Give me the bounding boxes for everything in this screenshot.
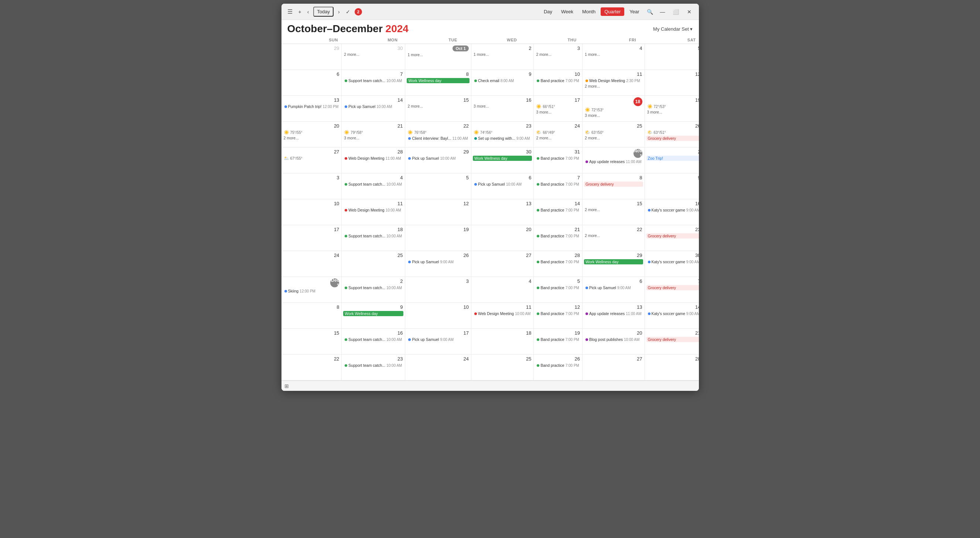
event[interactable]: 2 more... xyxy=(583,83,644,89)
day-cell[interactable]: 3 xyxy=(405,277,471,303)
event[interactable]: 1 more... xyxy=(472,52,533,57)
hamburger-icon[interactable]: ☰ xyxy=(286,6,294,17)
view-day[interactable]: Day xyxy=(540,7,556,16)
day-cell[interactable]: 12Band practice7:00 PM xyxy=(534,303,582,329)
day-cell[interactable]: 14Band practice7:00 PM xyxy=(534,199,582,225)
day-cell[interactable]: 29Work Wellness day xyxy=(582,251,645,277)
day-cell[interactable]: 3 xyxy=(282,173,342,199)
event[interactable]: Work Wellness day xyxy=(343,311,403,316)
sidebar-toggle-bottom[interactable]: ⊞ xyxy=(285,383,289,389)
event[interactable]: Pick up Samuel9:00 AM xyxy=(407,337,469,342)
day-cell[interactable]: 25 xyxy=(471,354,534,380)
event[interactable]: 2 more... xyxy=(583,135,644,140)
day-cell[interactable]: 9Work Wellness day xyxy=(342,303,405,329)
day-cell[interactable]: 13 xyxy=(471,199,534,225)
event[interactable]: 1 more... xyxy=(583,52,644,57)
day-cell[interactable]: 13App update releases11:00 AM xyxy=(582,303,645,329)
day-cell[interactable]: 20☀️75°/55°2 more... xyxy=(282,122,342,147)
event[interactable]: 2 more... xyxy=(406,104,470,109)
day-cell[interactable]: 19Band practice7:00 PM xyxy=(534,329,582,354)
event[interactable]: Grocery delivery xyxy=(646,337,699,342)
day-cell[interactable]: 26Band practice7:00 PM xyxy=(534,354,582,380)
day-cell[interactable]: 18Support team catch...10:00 AM xyxy=(342,225,405,251)
day-cell[interactable]: 15 xyxy=(282,329,342,354)
day-cell[interactable]: 11Web Design Meeting10:00 AM xyxy=(471,303,534,329)
day-cell[interactable]: 23Support team catch...10:00 AM xyxy=(342,354,405,380)
day-cell[interactable]: 32 more... xyxy=(534,44,582,70)
day-cell[interactable]: 23Grocery delivery xyxy=(645,225,699,251)
event[interactable]: Web Design Meeting10:00 AM xyxy=(343,208,403,212)
day-cell[interactable]: 11Web Design Meeting2:30 PM2 more... xyxy=(582,70,645,96)
view-year[interactable]: Year xyxy=(626,7,643,16)
day-cell[interactable]: 21 more... xyxy=(471,44,534,70)
day-cell[interactable]: 5Band practice7:00 PM xyxy=(534,277,582,303)
day-cell[interactable]: 2Support team catch...10:00 AM xyxy=(342,277,405,303)
day-cell[interactable]: 5 xyxy=(405,173,471,199)
event[interactable]: 3 more... xyxy=(535,109,581,115)
event[interactable]: Katy's soccer game9:00 AM xyxy=(646,259,699,264)
event[interactable]: Grocery delivery xyxy=(646,136,699,141)
day-cell[interactable]: Dec 1Skiing12:00 PM xyxy=(282,277,342,303)
event[interactable]: Support team catch...10:00 AM xyxy=(343,182,403,187)
day-cell[interactable]: 4Support team catch...10:00 AM xyxy=(342,173,405,199)
event[interactable]: Pick up Samuel10:00 AM xyxy=(343,104,403,109)
day-cell[interactable]: 30Work Wellness day xyxy=(471,147,534,173)
close-button[interactable]: ✕ xyxy=(684,6,694,17)
day-cell[interactable]: 17 xyxy=(282,225,342,251)
day-cell[interactable]: 26🌤️63°/51°Grocery delivery xyxy=(645,122,699,147)
day-cell[interactable]: Nov 1App update releases11:00 AM xyxy=(582,147,645,173)
next-icon[interactable]: › xyxy=(337,7,341,16)
event[interactable]: Band practice7:00 PM xyxy=(535,259,580,264)
event[interactable]: 2 more... xyxy=(583,233,644,238)
day-cell[interactable]: 27 xyxy=(471,251,534,277)
day-cell[interactable]: 18☀️72°/53°3 more... xyxy=(582,96,645,122)
day-cell[interactable]: 31Band practice7:00 PM xyxy=(534,147,582,173)
day-cell[interactable]: 29 xyxy=(282,44,342,70)
day-cell[interactable]: 14Katy's soccer game9:00 AM xyxy=(645,303,699,329)
event[interactable]: Pick up Samuel10:00 AM xyxy=(407,156,469,161)
day-cell[interactable]: 41 more... xyxy=(582,44,645,70)
event[interactable]: Pick up Samuel9:00 AM xyxy=(407,259,469,264)
day-cell[interactable]: 20Blog post publishes10:00 AM xyxy=(582,329,645,354)
event[interactable]: Support team catch...10:00 AM xyxy=(343,337,403,342)
day-cell[interactable]: 28Web Design Meeting11:00 AM xyxy=(342,147,405,173)
day-cell[interactable]: 6Pick up Samuel9:00 AM xyxy=(582,277,645,303)
day-cell[interactable]: 19☀️72°/53°3 more... xyxy=(645,96,699,122)
day-cell[interactable]: 21Grocery delivery xyxy=(645,329,699,354)
calendar-set-picker[interactable]: My Calendar Set ▾ xyxy=(653,26,693,32)
event[interactable]: Band practice7:00 PM xyxy=(535,363,580,368)
day-cell[interactable]: 12 xyxy=(645,70,699,96)
day-cell[interactable]: 21Band practice7:00 PM xyxy=(534,225,582,251)
minimize-button[interactable]: — xyxy=(657,6,668,17)
event[interactable]: 2 more... xyxy=(535,52,581,57)
event[interactable]: Support team catch...10:00 AM xyxy=(343,285,403,290)
day-cell[interactable]: 10 xyxy=(282,199,342,225)
event[interactable]: Grocery delivery xyxy=(646,285,699,290)
day-cell[interactable]: 4 xyxy=(471,277,534,303)
event[interactable]: 2 more... xyxy=(583,207,644,212)
event[interactable]: Blog post publishes10:00 AM xyxy=(584,337,643,342)
maximize-button[interactable]: ⬜ xyxy=(671,6,681,17)
day-cell[interactable]: 11Web Design Meeting10:00 AM xyxy=(342,199,405,225)
view-week[interactable]: Week xyxy=(557,7,577,16)
day-cell[interactable]: 25 xyxy=(342,251,405,277)
event[interactable]: Pick up Samuel10:00 AM xyxy=(473,182,532,187)
event[interactable]: Work Wellness day xyxy=(584,259,643,264)
event[interactable]: Grocery delivery xyxy=(584,182,643,187)
day-cell[interactable]: 7Grocery delivery xyxy=(645,277,699,303)
event[interactable]: Grocery delivery xyxy=(646,233,699,238)
event[interactable]: Katy's soccer game9:00 AM xyxy=(646,311,699,316)
day-cell[interactable]: 6 xyxy=(282,70,342,96)
event[interactable]: 3 more... xyxy=(646,109,699,115)
day-cell[interactable]: 8Work Wellness day xyxy=(405,70,471,96)
day-cell[interactable]: 30Katy's soccer game9:00 AM xyxy=(645,251,699,277)
day-cell[interactable]: 21☀️79°/58°3 more... xyxy=(342,122,405,147)
day-cell[interactable]: 10Band practice7:00 PM xyxy=(534,70,582,96)
day-cell[interactable]: 20 xyxy=(471,225,534,251)
event[interactable]: Work Wellness day xyxy=(473,156,532,161)
day-cell[interactable]: 12 xyxy=(405,199,471,225)
event[interactable]: App update releases11:00 AM xyxy=(584,311,643,316)
day-cell[interactable]: 152 more... xyxy=(405,96,471,122)
day-cell[interactable]: 28Band practice7:00 PM xyxy=(534,251,582,277)
day-cell[interactable]: 17☀️66°/51°3 more... xyxy=(534,96,582,122)
